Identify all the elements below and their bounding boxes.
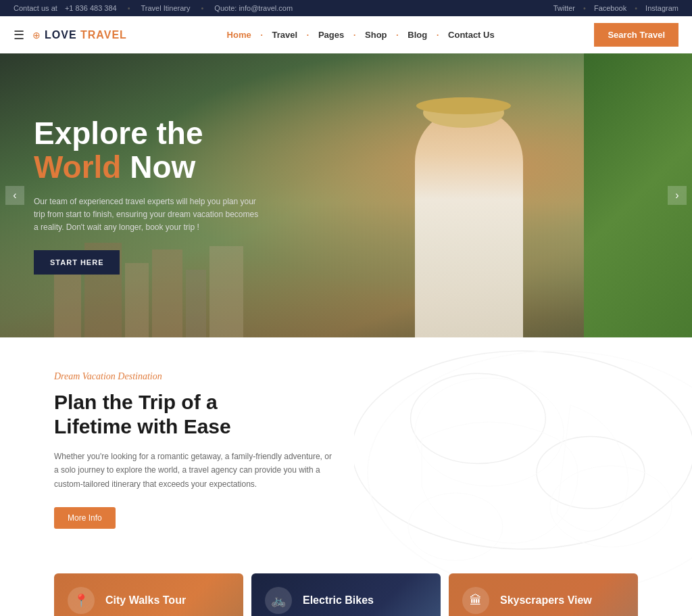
search-travel-button[interactable]: Search Travel — [594, 23, 678, 47]
hero-title: Explore the World Now — [34, 116, 264, 185]
hero-subtitle: Our team of experienced travel experts w… — [34, 195, 264, 235]
more-info-button[interactable]: More Info — [54, 507, 116, 529]
plan-section: Dream Vacation Destination Plan the Trip… — [0, 337, 692, 563]
tour-card-city-walks[interactable]: 📍 City Walks Tour — [54, 573, 243, 616]
location-icon: ⊕ — [32, 30, 41, 41]
logo-text: Love Travel — [45, 29, 127, 41]
city-walks-icon: 📍 — [68, 587, 95, 614]
contact-info: Contact us at +1 836 483 384 — [14, 4, 117, 12]
section-label: Dream Vacation Destination — [54, 371, 638, 382]
hero-content: Explore the World Now Our team of experi… — [0, 116, 297, 275]
top-bar-social: Twitter • Facebook • Instagram — [553, 4, 678, 12]
skyscrapers-label: Skyscrapers View — [500, 594, 592, 607]
section-desc: Whether you're looking for a romantic ge… — [54, 450, 338, 491]
nav-pages[interactable]: Pages — [313, 27, 349, 43]
header-left: ☰ ⊕ Love Travel — [14, 28, 127, 43]
facebook-link[interactable]: Facebook — [594, 4, 626, 12]
hero-next-button[interactable]: › — [668, 186, 687, 205]
nav-contact[interactable]: Contact Us — [443, 27, 500, 43]
top-bar: Contact us at +1 836 483 384 • Travel It… — [0, 0, 692, 16]
nav-travel[interactable]: Travel — [267, 27, 303, 43]
tour-card-electric-bikes[interactable]: 🚲 Electric Bikes — [251, 573, 441, 616]
svg-point-6 — [368, 351, 692, 594]
tour-card-skyscrapers[interactable]: 🏛 Skyscrapers View — [449, 573, 638, 616]
electric-bikes-label: Electric Bikes — [303, 594, 374, 607]
skyscrapers-icon: 🏛 — [462, 587, 489, 614]
svg-point-7 — [415, 378, 564, 486]
city-walks-label: City Walks Tour — [105, 594, 186, 607]
hamburger-icon[interactable]: ☰ — [14, 28, 24, 43]
start-here-button[interactable]: START HERE — [34, 250, 120, 275]
nav-shop[interactable]: Shop — [360, 27, 393, 43]
electric-bikes-icon: 🚲 — [265, 587, 292, 614]
hero-hat-brim — [416, 97, 511, 114]
twitter-link[interactable]: Twitter — [553, 4, 575, 12]
hero-prev-button[interactable]: ‹ — [5, 186, 24, 205]
top-bar-left: Contact us at +1 836 483 384 • Travel It… — [14, 4, 293, 12]
hero-person — [415, 108, 523, 337]
logo[interactable]: ⊕ Love Travel — [32, 29, 127, 41]
hero-section: Explore the World Now Our team of experi… — [0, 53, 692, 337]
svg-point-9 — [408, 493, 503, 561]
nav-blog[interactable]: Blog — [402, 27, 432, 43]
main-nav: Home • Travel • Pages • Shop • Blog • Co… — [222, 27, 500, 43]
section-title: Plan the Trip of a Lifetime with Ease — [54, 390, 297, 439]
svg-rect-4 — [186, 270, 206, 337]
svg-point-8 — [550, 466, 672, 547]
header: ☰ ⊕ Love Travel Home • Travel • Pages • … — [0, 16, 692, 53]
tour-cards-section: 📍 City Walks Tour 🚲 Electric Bikes 🏛 Sky… — [0, 563, 692, 616]
instagram-link[interactable]: Instagram — [645, 4, 678, 12]
nav-home[interactable]: Home — [222, 27, 257, 43]
